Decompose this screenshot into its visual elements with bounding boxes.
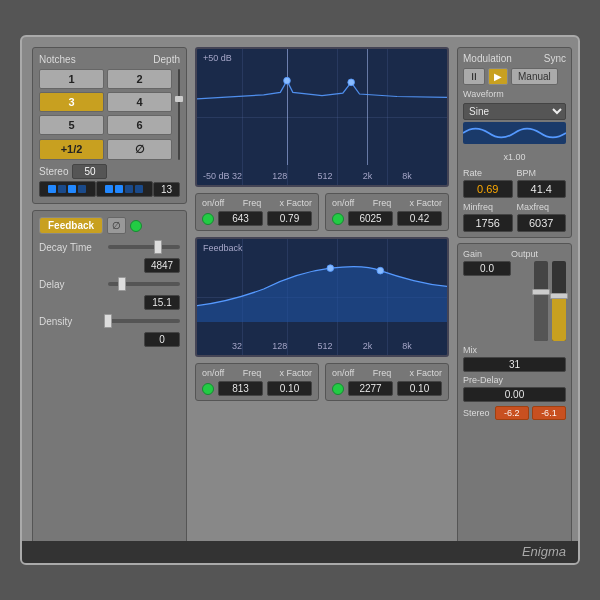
notch-plus-half[interactable]: +1/2 bbox=[39, 139, 104, 160]
bpm-label: BPM bbox=[517, 168, 567, 178]
predelay-label: Pre-Delay bbox=[463, 375, 566, 385]
gain-col: Gain 0.0 bbox=[463, 249, 511, 341]
wet-stereo: Stereo bbox=[463, 408, 490, 418]
svg-point-3 bbox=[377, 267, 384, 274]
notch-btn-3[interactable]: 3 bbox=[39, 92, 104, 112]
plugin-body: Notches Depth 1 2 3 4 5 6 bbox=[20, 35, 580, 565]
minfreq-col: Minfreq 1756 bbox=[463, 202, 513, 232]
eq1-factor[interactable]: 0.79 bbox=[267, 211, 312, 226]
eq3-freq[interactable]: 813 bbox=[218, 381, 263, 396]
svg-point-2 bbox=[327, 265, 334, 272]
multiplier: x1.00 bbox=[503, 152, 525, 162]
led-dot-5 bbox=[105, 185, 113, 193]
delay-label: Delay bbox=[39, 279, 104, 290]
mix-row: Mix 31 bbox=[463, 345, 566, 372]
wet-row: Stereo -6.2 -6.1 bbox=[463, 406, 566, 420]
eq1-freq[interactable]: 643 bbox=[218, 211, 263, 226]
sync-title: Sync bbox=[544, 53, 566, 64]
stereo-value[interactable]: 50 bbox=[72, 164, 107, 179]
notches-grid: 1 2 3 4 5 6 bbox=[39, 69, 172, 135]
notch-btn-2[interactable]: 2 bbox=[107, 69, 172, 89]
wet-left[interactable]: -6.2 bbox=[495, 406, 529, 420]
eq2-freq[interactable]: 6025 bbox=[348, 211, 393, 226]
decay-time-slider[interactable] bbox=[108, 240, 180, 254]
waveform-section: Waveform Sine Triangle Square x1.00 bbox=[463, 89, 566, 164]
waveform-select[interactable]: Sine Triangle Square bbox=[463, 103, 566, 120]
faders-container bbox=[511, 261, 566, 341]
mod-controls-row: ⏸ ▶ Manual bbox=[463, 68, 566, 85]
notch-btn-1[interactable]: 1 bbox=[39, 69, 104, 89]
modulation-title: Modulation bbox=[463, 53, 512, 64]
depth-section: 13 bbox=[39, 181, 180, 197]
feedback-button[interactable]: Feedback bbox=[39, 217, 103, 234]
decay-time-label: Decay Time bbox=[39, 242, 104, 253]
waveform-label: Waveform bbox=[463, 89, 566, 99]
eq4-freq[interactable]: 2277 bbox=[348, 381, 393, 396]
wet-right[interactable]: -6.1 bbox=[532, 406, 566, 420]
pause-button[interactable]: ⏸ bbox=[463, 68, 485, 85]
notches-section: Notches Depth 1 2 3 4 5 6 bbox=[32, 47, 187, 204]
notch-btn-6[interactable]: 6 bbox=[107, 115, 172, 135]
led-dot-3 bbox=[68, 185, 76, 193]
onoff-label-1: on/off bbox=[202, 198, 224, 208]
mix-label: Mix bbox=[463, 345, 566, 355]
decay-time-value[interactable]: 4847 bbox=[144, 258, 180, 273]
feedback-top-row: Feedback ∅ bbox=[39, 217, 180, 234]
rate-label: Rate bbox=[463, 168, 513, 178]
modulation-section: Modulation Sync ⏸ ▶ Manual Waveform Sine… bbox=[457, 47, 572, 238]
depth-value[interactable]: 13 bbox=[153, 182, 180, 197]
led-dot-4 bbox=[78, 185, 86, 193]
output-section: Gain 0.0 Output bbox=[457, 243, 572, 553]
led-dot-2 bbox=[58, 185, 66, 193]
eq2-led[interactable] bbox=[332, 213, 344, 225]
led-dot-7 bbox=[125, 185, 133, 193]
density-row: Density bbox=[39, 314, 180, 328]
feedback-eq-display: Feedback 32 128 bbox=[195, 237, 449, 357]
feedback-phase-btn[interactable]: ∅ bbox=[107, 217, 126, 234]
xfactor-label-1: x Factor bbox=[279, 198, 312, 208]
notch-btn-5[interactable]: 5 bbox=[39, 115, 104, 135]
manual-button[interactable]: Manual bbox=[511, 68, 558, 85]
led-dot-6 bbox=[115, 185, 123, 193]
eq-ctrl-group-2: on/off Freq x Factor 6025 0.42 bbox=[325, 193, 449, 231]
eq3-factor[interactable]: 0.10 bbox=[267, 381, 312, 396]
freq-label-3: Freq bbox=[243, 368, 262, 378]
delay-value[interactable]: 15.1 bbox=[144, 295, 180, 310]
eq2-factor[interactable]: 0.42 bbox=[397, 211, 442, 226]
eq4-factor[interactable]: 0.10 bbox=[397, 381, 442, 396]
xfactor-label-4: x Factor bbox=[409, 368, 442, 378]
eq-ctrl-group-3: on/off Freq x Factor 813 0.10 bbox=[195, 363, 319, 401]
bpm-col: BPM 41.4 bbox=[517, 168, 567, 198]
maxfreq-col: Maxfreq 6037 bbox=[517, 202, 567, 232]
notch-btn-4[interactable]: 4 bbox=[107, 92, 172, 112]
eq-ctrl-group-4: on/off Freq x Factor 2277 0.10 bbox=[325, 363, 449, 401]
stereo-row: Stereo 50 bbox=[39, 164, 180, 179]
delay-slider[interactable] bbox=[108, 277, 180, 291]
rate-value[interactable]: 0.69 bbox=[463, 180, 513, 198]
notch-phase[interactable]: ∅ bbox=[107, 139, 172, 160]
mix-value[interactable]: 31 bbox=[463, 357, 566, 372]
maxfreq-value[interactable]: 6037 bbox=[517, 214, 567, 232]
maxfreq-label: Maxfreq bbox=[517, 202, 567, 212]
minmax-row: Minfreq 1756 Maxfreq 6037 bbox=[463, 202, 566, 232]
xfactor-label-2: x Factor bbox=[409, 198, 442, 208]
output-label: Output bbox=[511, 249, 566, 259]
eq4-led[interactable] bbox=[332, 383, 344, 395]
mod-header: Modulation Sync bbox=[463, 53, 566, 64]
freq-label-1: Freq bbox=[243, 198, 262, 208]
minfreq-value[interactable]: 1756 bbox=[463, 214, 513, 232]
density-slider[interactable] bbox=[108, 314, 180, 328]
waveform-preview bbox=[463, 122, 566, 144]
gain-value[interactable]: 0.0 bbox=[463, 261, 511, 276]
bpm-value[interactable]: 41.4 bbox=[517, 180, 567, 198]
eq3-led[interactable] bbox=[202, 383, 214, 395]
play-button[interactable]: ▶ bbox=[488, 68, 508, 85]
eq1-led[interactable] bbox=[202, 213, 214, 225]
led-display-1 bbox=[39, 181, 96, 197]
fader-left[interactable] bbox=[534, 261, 548, 341]
predelay-value[interactable]: 0.00 bbox=[463, 387, 566, 402]
fader-right[interactable] bbox=[552, 261, 566, 341]
onoff-label-3: on/off bbox=[202, 368, 224, 378]
main-layout: Notches Depth 1 2 3 4 5 6 bbox=[32, 47, 568, 553]
density-value[interactable]: 0 bbox=[144, 332, 180, 347]
